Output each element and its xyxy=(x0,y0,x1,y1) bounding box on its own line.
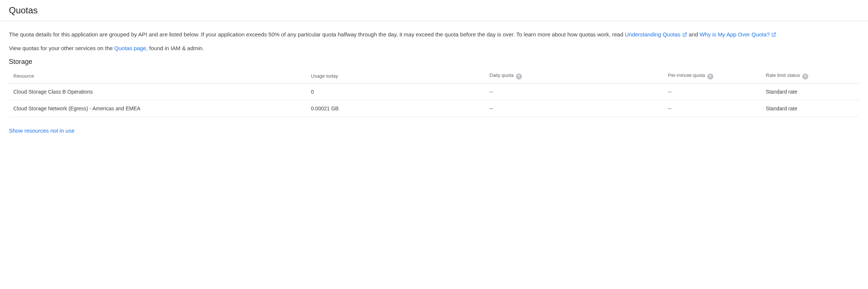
intro-paragraph-1: The quota details for this application a… xyxy=(9,30,847,39)
over-quota-link[interactable]: Why is My App Over Quota? xyxy=(700,31,776,38)
show-resources-link[interactable]: Show resources not in use xyxy=(9,127,75,134)
header-bar: Quotas xyxy=(0,0,868,21)
header-label: Rate limit status xyxy=(766,72,800,78)
content-area: The quota details for this application a… xyxy=(0,21,868,143)
link-text: Why is My App Over Quota? xyxy=(700,31,770,38)
col-header-rate: Rate limit status? xyxy=(761,69,859,84)
cell-rate: Standard rate xyxy=(761,100,859,117)
quotas-table: Resource Usage today Daily quota? Per-mi… xyxy=(9,69,859,117)
intro-paragraph-2: View quotas for your other services on t… xyxy=(9,44,847,52)
intro-line2-post: , found in IAM & admin. xyxy=(146,45,204,51)
cell-usage: 0 xyxy=(306,83,485,100)
section-title-storage: Storage xyxy=(9,58,859,66)
col-header-resource: Resource xyxy=(9,69,306,84)
intro-text-mid: and xyxy=(689,31,700,38)
intro-line2-pre: View quotas for your other services on t… xyxy=(9,45,114,51)
help-icon[interactable]: ? xyxy=(802,74,808,79)
external-link-icon xyxy=(771,31,776,36)
header-label: Resource xyxy=(13,73,34,79)
cell-daily: -- xyxy=(485,83,664,100)
col-header-minute: Per-minute quota? xyxy=(664,69,762,84)
cell-daily: -- xyxy=(485,100,664,117)
header-label: Usage today xyxy=(311,73,338,79)
cell-rate: Standard rate xyxy=(761,83,859,100)
table-header-row: Resource Usage today Daily quota? Per-mi… xyxy=(9,69,859,84)
help-icon[interactable]: ? xyxy=(516,74,522,79)
cell-minute: -- xyxy=(664,83,762,100)
cell-resource: Cloud Storage Network (Egress) - America… xyxy=(9,100,306,117)
header-label: Per-minute quota xyxy=(668,72,705,78)
help-icon[interactable]: ? xyxy=(707,74,713,79)
cell-minute: -- xyxy=(664,100,762,117)
cell-resource: Cloud Storage Class B Operations xyxy=(9,83,306,100)
header-label: Daily quota xyxy=(490,72,514,78)
cell-usage: 0.00021 GB xyxy=(306,100,485,117)
table-row: Cloud Storage Class B Operations 0 -- --… xyxy=(9,83,859,100)
intro-text-pre: The quota details for this application a… xyxy=(9,31,625,38)
col-header-usage: Usage today xyxy=(306,69,485,84)
table-row: Cloud Storage Network (Egress) - America… xyxy=(9,100,859,117)
external-link-icon xyxy=(682,31,687,36)
col-header-daily: Daily quota? xyxy=(485,69,664,84)
page-title: Quotas xyxy=(9,5,859,16)
quotas-page-link[interactable]: Quotas page xyxy=(114,45,146,51)
link-text: Understanding Quotas xyxy=(625,31,680,38)
understanding-quotas-link[interactable]: Understanding Quotas xyxy=(625,31,687,38)
